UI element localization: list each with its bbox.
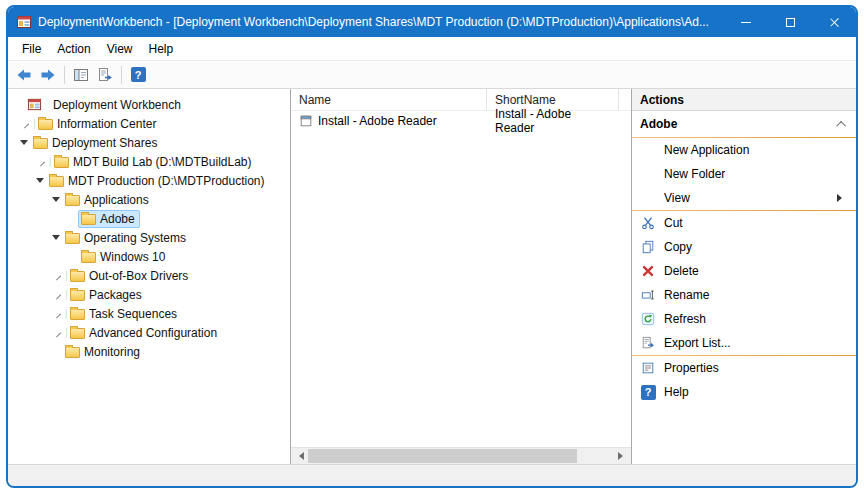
action-cut[interactable]: Cut	[632, 211, 856, 235]
folder-icon	[65, 347, 80, 358]
forward-arrow-icon	[40, 67, 56, 83]
action-label: New Folder	[664, 167, 725, 181]
chevron-expanded-icon[interactable]	[18, 138, 30, 147]
action-copy[interactable]: Copy	[632, 235, 856, 259]
folder-icon	[70, 290, 85, 301]
list-row[interactable]: Install - Adobe Reader Install - Adobe R…	[291, 111, 631, 131]
chevron-expanded-icon[interactable]	[50, 195, 62, 204]
copy-icon	[640, 239, 656, 255]
action-label: View	[664, 191, 690, 205]
action-refresh[interactable]: Refresh	[632, 307, 856, 331]
chevron-collapsed-icon[interactable]	[50, 328, 67, 338]
folder-icon	[49, 176, 64, 187]
tree-item-monitoring[interactable]: Monitoring	[50, 342, 290, 361]
scroll-left-button[interactable]	[291, 448, 308, 464]
tree-label: Deployment Shares	[52, 136, 157, 150]
export-list-button[interactable]	[93, 63, 117, 87]
chevron-expanded-icon[interactable]	[50, 233, 62, 242]
toolbar-separator	[64, 66, 65, 84]
menu-help[interactable]: Help	[141, 39, 182, 59]
tree-label: Monitoring	[84, 345, 140, 359]
maximize-button[interactable]	[768, 7, 812, 37]
action-new-application[interactable]: New Application	[632, 138, 856, 162]
toolbar-separator	[121, 66, 122, 84]
tree-item-deployment-shares[interactable]: Deployment Shares	[18, 133, 290, 152]
tree-item-adobe[interactable]: Adobe	[66, 209, 290, 228]
horizontal-scrollbar[interactable]	[291, 447, 631, 464]
tree-label: Information Center	[57, 117, 156, 131]
maximize-icon	[786, 18, 795, 27]
scroll-right-button[interactable]	[614, 448, 631, 464]
tree-item-windows-10[interactable]: Windows 10	[66, 247, 290, 266]
action-icon-spacer	[640, 166, 656, 182]
main-area: Deployment Workbench Information Center …	[8, 89, 856, 464]
tree-item-applications[interactable]: Applications	[50, 190, 290, 209]
tree-item-out-of-box-drivers[interactable]: Out-of-Box Drivers	[50, 266, 290, 285]
action-label: Cut	[664, 216, 683, 230]
menu-file[interactable]: File	[14, 39, 49, 59]
folder-icon	[38, 119, 53, 130]
action-label: Help	[664, 385, 689, 399]
close-icon	[829, 17, 840, 28]
action-rename[interactable]: Rename	[632, 283, 856, 307]
chevron-collapsed-icon[interactable]	[50, 309, 67, 319]
folder-icon	[70, 309, 85, 320]
tree-item-mdt-build-lab[interactable]: MDT Build Lab (D:\MDTBuildLab)	[34, 152, 290, 171]
folder-icon	[65, 233, 80, 244]
chevron-collapsed-icon[interactable]	[18, 119, 35, 129]
close-button[interactable]	[812, 7, 856, 37]
chevron-collapsed-icon[interactable]	[34, 157, 51, 167]
menu-view[interactable]: View	[99, 39, 141, 59]
export-list-icon	[97, 67, 113, 83]
forward-button[interactable]	[36, 63, 60, 87]
tree-item-mdt-production[interactable]: MDT Production (D:\MDTProduction)	[34, 171, 290, 190]
toolbar: ?	[8, 61, 856, 89]
delete-icon	[640, 263, 656, 279]
action-new-folder[interactable]: New Folder	[632, 162, 856, 186]
title-bar[interactable]: DeploymentWorkbench - [Deployment Workbe…	[8, 7, 856, 37]
action-view[interactable]: View	[632, 186, 856, 210]
tree-label: MDT Build Lab (D:\MDTBuildLab)	[73, 155, 252, 169]
folder-icon	[70, 271, 85, 282]
action-icon-spacer	[640, 142, 656, 158]
action-label: Export List...	[664, 336, 731, 350]
tree-label: Applications	[84, 193, 149, 207]
action-label: Rename	[664, 288, 709, 302]
folder-icon	[54, 157, 69, 168]
actions-section-label: Adobe	[640, 117, 677, 131]
list-body: Install - Adobe Reader Install - Adobe R…	[291, 111, 631, 447]
tree-item-information-center[interactable]: Information Center	[18, 114, 290, 133]
menu-action[interactable]: Action	[49, 39, 98, 59]
tree-item-deployment-workbench[interactable]: Deployment Workbench	[12, 95, 290, 114]
list-pane: Name ShortName Install - Adobe Reader In…	[291, 89, 632, 464]
action-delete[interactable]: Delete	[632, 259, 856, 283]
tree-item-packages[interactable]: Packages	[50, 285, 290, 304]
show-hide-tree-button[interactable]	[69, 63, 93, 87]
chevron-collapsed-icon[interactable]	[50, 290, 67, 300]
tree-label: Packages	[89, 288, 142, 302]
collapse-section-icon[interactable]	[836, 120, 846, 130]
help-icon: ?	[131, 67, 146, 82]
action-export-list[interactable]: Export List...	[632, 331, 856, 355]
list-cell-name: Install - Adobe Reader	[318, 114, 437, 128]
tree-item-advanced-configuration[interactable]: Advanced Configuration	[50, 323, 290, 342]
actions-section-adobe[interactable]: Adobe	[632, 111, 856, 137]
action-label: Refresh	[664, 312, 706, 326]
tree-label: Deployment Workbench	[53, 98, 181, 112]
action-help[interactable]: ? Help	[632, 380, 856, 404]
action-properties[interactable]: Properties	[632, 356, 856, 380]
minimize-button[interactable]	[724, 7, 768, 37]
back-arrow-icon	[16, 67, 32, 83]
tree-item-task-sequences[interactable]: Task Sequences	[50, 304, 290, 323]
column-header-name[interactable]: Name	[291, 89, 487, 110]
scrollbar-track[interactable]	[308, 448, 614, 464]
chevron-expanded-icon[interactable]	[34, 176, 46, 185]
back-button[interactable]	[12, 63, 36, 87]
scrollbar-thumb[interactable]	[308, 449, 577, 463]
help-button[interactable]: ?	[126, 63, 150, 87]
window-controls	[724, 7, 856, 37]
actions-pane-title: Actions	[632, 89, 856, 111]
tree-item-operating-systems[interactable]: Operating Systems	[50, 228, 290, 247]
chevron-collapsed-icon[interactable]	[50, 271, 67, 281]
menu-bar: File Action View Help	[8, 37, 856, 61]
